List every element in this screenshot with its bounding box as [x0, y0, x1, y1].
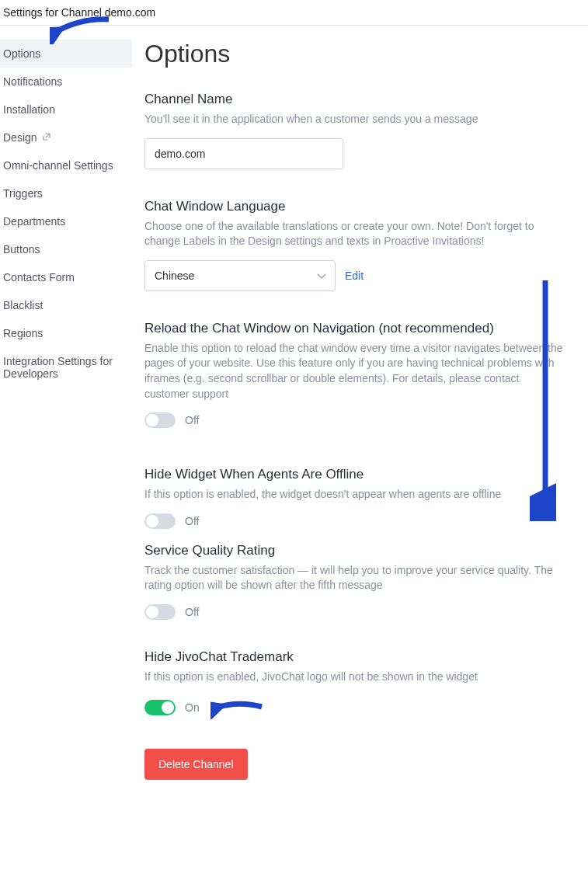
section-title: Hide JivoChat Trademark	[144, 649, 588, 665]
section-desc: If this option is enabled, JivoChat logo…	[144, 670, 564, 685]
sidebar-item-triggers[interactable]: Triggers	[0, 179, 132, 207]
trademark-toggle[interactable]	[144, 700, 176, 715]
toggle-state-label: Off	[185, 414, 199, 426]
section-desc: Choose one of the available translations…	[144, 219, 564, 249]
toggle-state-label: Off	[185, 606, 199, 618]
sidebar-item-label: Design	[3, 131, 37, 144]
channel-name-input[interactable]	[144, 138, 343, 169]
external-link-icon	[42, 131, 51, 144]
delete-channel-button[interactable]: Delete Channel	[144, 749, 248, 780]
sidebar-item-label: Blacklist	[3, 299, 43, 311]
sidebar-item-label: Options	[3, 47, 40, 60]
section-title: Channel Name	[144, 92, 588, 107]
section-desc: Enable this option to reload the chat wi…	[144, 341, 564, 402]
language-selected-value: Chinese	[155, 270, 194, 282]
sidebar-item-integration[interactable]: Integration Settings for Developers	[0, 347, 132, 388]
section-quality: Service Quality Rating Track the custome…	[144, 529, 588, 620]
sidebar-item-buttons[interactable]: Buttons	[0, 235, 132, 263]
sidebar-item-label: Departments	[3, 215, 65, 228]
sidebar-item-omnichannel[interactable]: Omni-channel Settings	[0, 151, 132, 179]
sidebar-item-label: Regions	[3, 327, 43, 339]
topbar-title: Settings for Channel demo.com	[3, 6, 155, 19]
section-reload: Reload the Chat Window on Navigation (no…	[144, 321, 588, 428]
section-desc: If this option is enabled, the widget do…	[144, 487, 564, 503]
sidebar-item-label: Omni-channel Settings	[3, 159, 113, 172]
sidebar-item-label: Integration Settings for Developers	[3, 355, 129, 380]
sidebar-item-label: Buttons	[3, 243, 40, 256]
hide-widget-toggle[interactable]	[144, 513, 176, 529]
sidebar-item-label: Contacts Form	[3, 271, 75, 283]
sidebar-item-contacts-form[interactable]: Contacts Form	[0, 263, 132, 291]
sidebar-item-design[interactable]: Design	[0, 123, 132, 151]
sidebar-item-regions[interactable]: Regions	[0, 319, 132, 347]
annotation-arrow-icon	[210, 696, 265, 719]
section-title: Reload the Chat Window on Navigation (no…	[144, 321, 588, 336]
section-title: Chat Window Language	[144, 199, 588, 214]
reload-toggle[interactable]	[144, 412, 176, 428]
sidebar-item-label: Installation	[3, 103, 55, 116]
section-trademark: Hide JivoChat Trademark If this option i…	[144, 649, 588, 719]
section-title: Service Quality Rating	[144, 543, 588, 558]
section-desc: Track the customer satisfaction — it wil…	[144, 563, 564, 593]
page-topbar: Settings for Channel demo.com	[0, 0, 588, 26]
language-edit-link[interactable]: Edit	[345, 270, 364, 282]
section-channel-name: Channel Name You'll see it in the applic…	[144, 92, 588, 169]
sidebar-item-options[interactable]: Options	[0, 40, 132, 68]
page-title: Options	[144, 40, 588, 68]
section-title: Hide Widget When Agents Are Offline	[144, 467, 588, 482]
sidebar-item-notifications[interactable]: Notifications	[0, 68, 132, 96]
section-desc: You'll see it in the application when a …	[144, 112, 564, 127]
toggle-state-label: On	[185, 701, 200, 714]
sidebar-item-installation[interactable]: Installation	[0, 96, 132, 123]
sidebar: Options Notifications Installation Desig…	[0, 26, 132, 803]
sidebar-item-blacklist[interactable]: Blacklist	[0, 291, 132, 319]
sidebar-item-departments[interactable]: Departments	[0, 207, 132, 235]
section-hide-widget: Hide Widget When Agents Are Offline If t…	[144, 457, 588, 529]
language-select[interactable]: Chinese	[144, 260, 336, 291]
sidebar-item-label: Notifications	[3, 75, 62, 88]
sidebar-item-label: Triggers	[3, 187, 43, 200]
section-language: Chat Window Language Choose one of the a…	[144, 199, 588, 291]
quality-toggle[interactable]	[144, 604, 176, 620]
main-content: Options Channel Name You'll see it in th…	[132, 26, 588, 803]
toggle-state-label: Off	[185, 515, 199, 527]
